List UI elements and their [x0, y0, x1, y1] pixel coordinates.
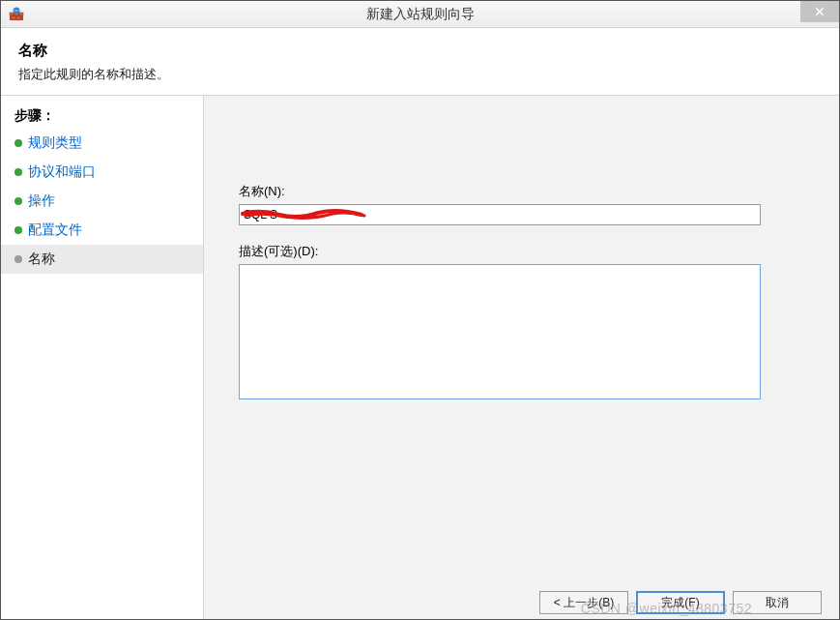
svg-rect-4 [12, 16, 15, 19]
wizard-button-bar: < 上一步(B) 完成(F) 取消 [539, 591, 822, 614]
step-profile[interactable]: 配置文件 [1, 216, 203, 245]
titlebar: 新建入站规则向导 ✕ [1, 1, 839, 28]
wizard-content: 名称(N): 描述(可选)(D): < 上一步(B) 完成(F) 取消 CSDN… [204, 96, 839, 620]
bullet-icon [14, 226, 22, 234]
steps-heading: 步骤： [1, 102, 203, 129]
step-label: 名称 [28, 251, 55, 268]
close-button[interactable]: ✕ [800, 1, 839, 22]
step-name[interactable]: 名称 [1, 245, 203, 274]
step-label: 配置文件 [28, 221, 82, 239]
description-label: 描述(可选)(D): [239, 243, 804, 260]
step-label: 操作 [28, 192, 55, 210]
bullet-icon [14, 197, 22, 205]
description-textarea[interactable] [239, 264, 761, 399]
page-title: 名称 [18, 42, 822, 60]
step-rule-type[interactable]: 规则类型 [1, 129, 203, 158]
close-icon: ✕ [814, 4, 826, 19]
page-subtitle: 指定此规则的名称和描述。 [18, 66, 822, 83]
step-label: 协议和端口 [28, 163, 96, 181]
step-protocol-port[interactable]: 协议和端口 [1, 158, 203, 187]
cancel-button[interactable]: 取消 [733, 591, 822, 614]
bullet-icon [14, 168, 22, 176]
svg-rect-3 [19, 13, 23, 15]
window-title: 新建入站规则向导 [366, 6, 475, 23]
steps-sidebar: 步骤： 规则类型 协议和端口 操作 配置文件 名称 [1, 96, 204, 620]
wizard-header: 名称 指定此规则的名称和描述。 [1, 28, 839, 95]
name-input[interactable] [239, 204, 761, 225]
step-label: 规则类型 [28, 134, 82, 152]
svg-rect-1 [10, 13, 14, 15]
svg-rect-5 [16, 16, 20, 19]
bullet-icon [14, 255, 22, 263]
firewall-icon [9, 7, 24, 22]
name-label: 名称(N): [239, 183, 804, 200]
finish-button[interactable]: 完成(F) [636, 591, 725, 614]
step-action[interactable]: 操作 [1, 187, 203, 216]
main-area: 步骤： 规则类型 协议和端口 操作 配置文件 名称 名称(N): [1, 95, 839, 620]
bullet-icon [14, 139, 22, 147]
back-button[interactable]: < 上一步(B) [539, 591, 628, 614]
